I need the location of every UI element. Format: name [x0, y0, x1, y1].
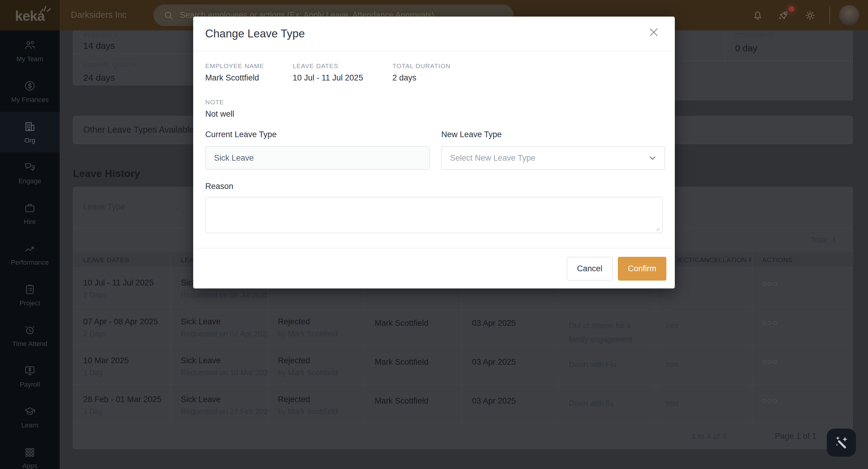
sidebar-item-time-attend[interactable]: Time Attend	[0, 315, 60, 356]
reject-reason: inm	[666, 357, 747, 371]
current-leave-type-label: Current Leave Type	[205, 130, 277, 139]
current-leave-type-input: Sick Leave	[205, 146, 430, 170]
sidebar-item-label: My Team	[17, 55, 43, 63]
leave-dates: 28 Feb - 01 Mar 2025	[83, 393, 165, 405]
employee-name-label: EMPLOYEE NAME	[205, 62, 264, 70]
settings-gear-icon[interactable]	[804, 9, 816, 22]
note-label: NOTE	[205, 99, 224, 106]
leave-dates: 07 Apr - 08 Apr 2025	[83, 316, 165, 327]
available-label: AVAILABLE	[83, 32, 119, 39]
sidebar-item-label: Payroll	[20, 381, 40, 388]
whats-new-rocket-icon[interactable]	[778, 9, 789, 22]
close-icon[interactable]	[647, 26, 660, 39]
chevron-down-icon	[648, 153, 657, 163]
sidebar-item-label: Project	[20, 299, 40, 307]
row-actions-menu[interactable]	[762, 399, 846, 403]
leave-type-filter[interactable]: Leave Type	[83, 202, 125, 212]
status-by: by Mark Scottfield	[278, 367, 359, 379]
assistant-wand-button[interactable]	[827, 429, 856, 457]
reason-textarea[interactable]	[205, 197, 663, 233]
project-icon	[24, 283, 36, 296]
prev-page-icon[interactable]	[762, 432, 772, 441]
total-duration-label: TOTAL DURATION	[393, 62, 451, 70]
table-row: 28 Feb - 01 Mar 20251 Day Sick LeaveRequ…	[73, 384, 852, 423]
leave-type: Sick Leave	[181, 316, 262, 327]
sidebar-item-org[interactable]: Org	[0, 112, 60, 153]
sidebar-item-label: Engage	[19, 177, 41, 185]
leave-duration: 2 Days	[83, 327, 165, 340]
sidebar-item-label: My Finances	[11, 96, 49, 104]
sidebar-item-label: Time Attend	[12, 340, 48, 348]
notification-badge	[788, 6, 795, 12]
first-page-icon[interactable]	[745, 432, 754, 441]
other-leave-types-label: Other Leave Types Available :	[83, 125, 199, 135]
leave-dates: 10 Jul - 11 Jul 2025	[83, 277, 165, 289]
org-icon	[24, 120, 36, 133]
sidebar-item-label: Learn	[22, 421, 38, 429]
payroll-icon	[24, 365, 36, 377]
leave-duration: 2 Days	[83, 289, 165, 301]
modal-footer-divider	[193, 248, 675, 248]
leave-dates-value: 10 Jul - 11 Jul 2025	[293, 73, 363, 83]
search-icon	[163, 10, 174, 21]
requested-on: Requested on 10 Mar 2025	[181, 367, 262, 379]
confirm-button[interactable]: Confirm	[618, 257, 666, 281]
sidebar-item-learn[interactable]: Learn	[0, 397, 60, 437]
row-actions-menu[interactable]	[762, 282, 846, 286]
magic-wand-icon	[832, 434, 851, 452]
reject-reason: test	[666, 396, 747, 410]
leave-dates-label: LEAVE DATES	[293, 62, 338, 70]
requested-on: Requested on 27 Feb 2025	[181, 405, 262, 417]
annual-quota-value: 24 days	[83, 73, 115, 83]
header-divider	[830, 7, 830, 24]
sidebar-item-label: Performance	[11, 259, 49, 267]
chevron-down-icon[interactable]	[173, 204, 182, 213]
consumed-value: 0 day	[735, 43, 757, 53]
available-value: 14 days	[83, 41, 115, 51]
sidebar-item-label: Apps	[22, 462, 37, 469]
keka-spark-icon	[39, 4, 51, 14]
new-leave-type-placeholder: Select New Leave Type	[450, 153, 535, 163]
sidebar-item-hire[interactable]: Hire	[0, 193, 60, 234]
sidebar-item-my-finances[interactable]: My Finances	[0, 71, 60, 112]
engage-icon	[24, 161, 36, 174]
sidebar-item-payroll[interactable]: Payroll	[0, 356, 60, 397]
sidebar-item-project[interactable]: Project	[0, 275, 60, 315]
sidebar-nav: My Team My Finances Org Engage Hire Perf…	[0, 30, 60, 469]
leave-type: Sick Leave	[181, 393, 262, 405]
leave-note: Down with Flu	[569, 357, 650, 371]
pagination-range: 1 to 4 of 4	[691, 432, 726, 441]
leave-dates: 10 Mar 2025	[83, 354, 165, 367]
user-avatar[interactable]	[839, 5, 859, 25]
status: Rejected	[278, 316, 359, 327]
column-header-actions: ACTIONS	[752, 252, 852, 268]
status: Rejected	[278, 393, 359, 405]
leave-note: Down with flu	[569, 396, 650, 410]
action-taken-by: Mark Scottfield	[375, 357, 456, 367]
new-leave-type-label: New Leave Type	[441, 130, 502, 139]
current-leave-type-value: Sick Leave	[214, 153, 254, 163]
total-count: Total: 4	[810, 236, 836, 245]
sidebar-item-apps[interactable]: Apps	[0, 437, 60, 469]
sidebar-item-performance[interactable]: Performance	[0, 234, 60, 275]
requested-on: Requested on 02 Apr 2025	[181, 327, 262, 340]
sidebar-item-engage[interactable]: Engage	[0, 153, 60, 193]
notifications-bell-icon[interactable]	[752, 9, 764, 22]
total-duration-value: 2 days	[393, 73, 416, 83]
cancel-button[interactable]: Cancel	[567, 257, 613, 281]
action-taken-by: Mark Scottfield	[375, 396, 456, 406]
hire-icon	[24, 201, 36, 214]
table-row: 10 Mar 20251 Day Sick LeaveRequested on …	[73, 345, 852, 384]
consumed-label: CONSUMED	[735, 32, 775, 39]
annual-quota-label: ANNUAL QUOTA	[83, 61, 136, 68]
apps-icon	[24, 446, 36, 459]
leave-duration: 1 Day	[83, 405, 165, 417]
sidebar-item-my-team[interactable]: My Team	[0, 30, 60, 71]
status: Rejected	[278, 354, 359, 367]
learn-icon	[24, 405, 36, 418]
row-actions-menu[interactable]	[762, 360, 846, 364]
sidebar-item-label: Org	[24, 136, 36, 145]
reject-reason: inm	[666, 319, 747, 333]
row-actions-menu[interactable]	[762, 321, 846, 325]
new-leave-type-select[interactable]: Select New Leave Type	[441, 146, 665, 170]
